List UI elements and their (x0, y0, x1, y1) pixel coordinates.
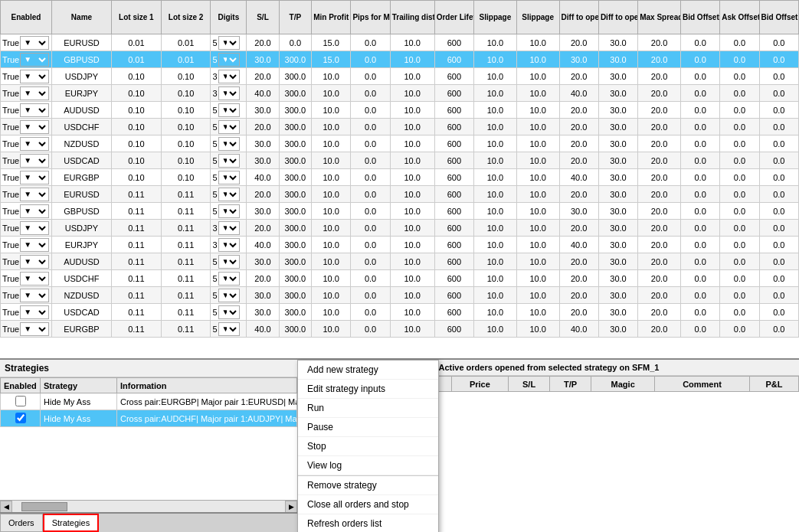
table-cell-diffopen1: 20.0 (559, 135, 598, 152)
table-cell-name: USDJPY (51, 220, 111, 237)
tab-orders[interactable]: Orders (0, 514, 43, 532)
table-cell-digits[interactable]: 5 ▼ (211, 287, 247, 304)
table-cell-digits[interactable]: 5 ▼ (211, 186, 247, 203)
table-row[interactable]: True ▼ (1, 85, 52, 102)
table-cell-slippage2: 10.0 (516, 237, 559, 253)
context-menu-item[interactable]: Close all orders and stop (298, 495, 438, 514)
table-cell-minprofit: 10.0 (312, 152, 351, 169)
header-pipsformin: Pips for Min Profit (351, 1, 390, 34)
table-cell-pipsformin: 0.0 (351, 203, 390, 220)
table-row[interactable]: True ▼ (1, 135, 52, 152)
table-cell-bidoff2: 0.0 (759, 68, 798, 85)
table-cell-digits[interactable]: 5 ▼ (211, 270, 247, 287)
table-cell-lot1: 0.10 (112, 68, 162, 85)
table-row[interactable]: True ▼ (1, 102, 52, 119)
table-row[interactable]: True ▼ (1, 119, 52, 135)
header-slippage2: Slippage (516, 1, 559, 34)
table-cell-digits[interactable]: 5 ▼ (211, 34, 247, 51)
table-cell-lot2: 0.10 (161, 152, 211, 169)
table-cell-bidoff2: 0.0 (759, 102, 798, 119)
table-cell-digits[interactable]: 5 ▼ (211, 304, 247, 321)
table-cell-orderlife: 600 (434, 237, 473, 253)
table-row[interactable]: True ▼ (1, 287, 52, 304)
table-row[interactable]: True ▼ (1, 169, 52, 186)
table-cell-digits[interactable]: 5 ▼ (211, 169, 247, 186)
table-cell-bidoff1: 0.0 (680, 203, 719, 220)
table-cell-diffopen2: 30.0 (598, 135, 637, 152)
table-cell-maxspread: 20.0 (638, 34, 681, 51)
scroll-right-btn[interactable]: ▶ (285, 501, 297, 513)
table-cell-digits[interactable]: 5 ▼ (211, 152, 247, 169)
table-cell-trailing: 10.0 (390, 169, 434, 186)
table-cell-lot1: 0.10 (112, 85, 162, 102)
table-row[interactable]: True ▼ (1, 152, 52, 169)
table-cell-diffopen2: 30.0 (598, 102, 637, 119)
table-row[interactable]: True ▼ (1, 203, 52, 220)
table-cell-bidoff1: 0.0 (680, 220, 719, 237)
table-row[interactable]: True ▼ (1, 186, 52, 203)
scroll-left-btn[interactable]: ◀ (0, 501, 12, 513)
context-menu-item[interactable]: Add new strategy (298, 361, 438, 380)
table-cell-slippage2: 10.0 (516, 68, 559, 85)
table-cell-slippage2: 10.0 (516, 321, 559, 338)
table-cell-bidoff2: 0.0 (759, 169, 798, 186)
table-cell-tp: 300.0 (279, 270, 311, 287)
table-row[interactable]: True ▼ (1, 253, 52, 270)
header-enabled: Enabled (1, 1, 52, 34)
table-cell-minprofit: 10.0 (312, 102, 351, 119)
table-row[interactable]: True ▼ (1, 304, 52, 321)
table-row[interactable]: True ▼ (1, 34, 52, 51)
strat-cell-enabled[interactable] (1, 393, 41, 410)
table-cell-slippage1: 10.0 (474, 321, 517, 338)
context-menu-item[interactable]: Run (298, 399, 438, 418)
table-cell-maxspread: 20.0 (638, 119, 681, 135)
table-cell-digits[interactable]: 5 ▼ (211, 102, 247, 119)
context-menu-item[interactable]: Edit strategy inputs (298, 380, 438, 399)
strat-cell-enabled[interactable] (1, 410, 41, 427)
orders-header-price: Price (451, 377, 508, 392)
table-cell-lot2: 0.11 (161, 321, 211, 338)
table-cell-minprofit: 10.0 (312, 304, 351, 321)
table-cell-digits[interactable]: 5 ▼ (211, 253, 247, 270)
table-cell-digits[interactable]: 3 ▼ (211, 85, 247, 102)
table-cell-digits[interactable]: 5 ▼ (211, 203, 247, 220)
context-menu-item[interactable]: View log (298, 456, 438, 475)
table-cell-sl: 30.0 (247, 152, 279, 169)
table-cell-askoff1: 0.0 (720, 135, 759, 152)
table-cell-digits[interactable]: 3 ▼ (211, 220, 247, 237)
table-cell-name: GBPUSD (51, 51, 111, 68)
table-cell-lot2: 0.10 (161, 169, 211, 186)
table-cell-digits[interactable]: 5 ▼ (211, 321, 247, 338)
table-cell-askoff1: 0.0 (720, 51, 759, 68)
table-cell-orderlife: 600 (434, 253, 473, 270)
table-cell-lot1: 0.11 (112, 253, 162, 270)
table-cell-orderlife: 600 (434, 34, 473, 51)
table-cell-digits[interactable]: 3 ▼ (211, 68, 247, 85)
strategies-scrollbar[interactable]: ◀ ▶ (0, 500, 297, 512)
table-row[interactable]: True ▼ (1, 51, 52, 68)
context-menu-item[interactable]: Remove strategy (298, 475, 438, 495)
table-cell-digits[interactable]: 5 ▼ (211, 51, 247, 68)
table-cell-lot1: 0.11 (112, 270, 162, 287)
table-cell-orderlife: 600 (434, 102, 473, 119)
table-row[interactable]: True ▼ (1, 321, 52, 338)
table-cell-askoff1: 0.0 (720, 237, 759, 253)
tab-strategies[interactable]: Strategies (43, 514, 100, 532)
table-cell-lot2: 0.11 (161, 237, 211, 253)
table-cell-lot2: 0.10 (161, 102, 211, 119)
table-row[interactable]: True ▼ (1, 68, 52, 85)
table-cell-minprofit: 10.0 (312, 119, 351, 135)
context-menu-item[interactable]: Refresh orders list (298, 514, 438, 532)
context-menu-item[interactable]: Pause (298, 418, 438, 437)
table-cell-sl: 30.0 (247, 304, 279, 321)
table-row[interactable]: True ▼ (1, 270, 52, 287)
table-cell-digits[interactable]: 5 ▼ (211, 119, 247, 135)
table-cell-sl: 40.0 (247, 237, 279, 253)
context-menu-item[interactable]: Stop (298, 437, 438, 456)
table-cell-digits[interactable]: 3 ▼ (211, 237, 247, 253)
table-row[interactable]: True ▼ (1, 237, 52, 253)
table-cell-digits[interactable]: 5 ▼ (211, 135, 247, 152)
table-cell-name: EURJPY (51, 85, 111, 102)
table-row[interactable]: True ▼ (1, 220, 52, 237)
table-cell-maxspread: 20.0 (638, 253, 681, 270)
